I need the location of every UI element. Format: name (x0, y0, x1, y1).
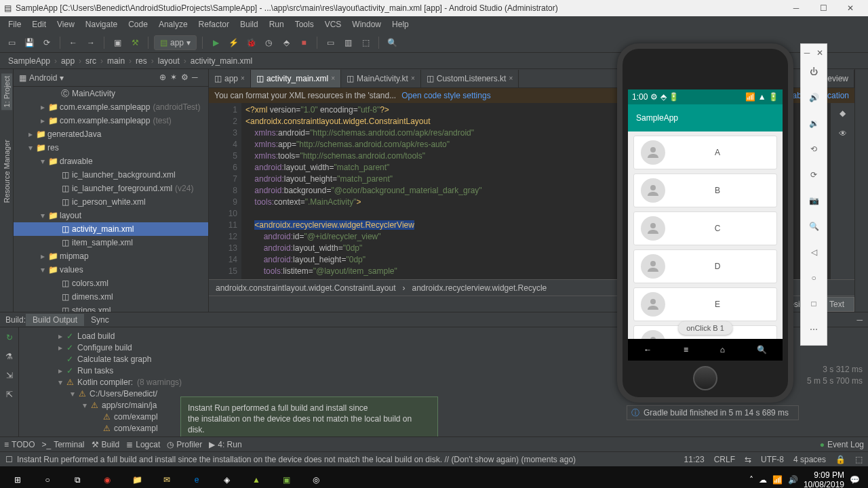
menu-tools[interactable]: Tools (290, 18, 319, 30)
attach-icon[interactable]: ⬘ (279, 35, 294, 50)
tree-item[interactable]: ◫ic_launcher_foreground.xml(v24) (14, 182, 208, 195)
run-config-selector[interactable]: ▤ app ▾ (154, 35, 197, 50)
power-icon[interactable]: ⏻ (802, 59, 826, 85)
volume-up-icon[interactable]: 🔊 (802, 85, 826, 110)
notifications-icon[interactable]: 💬 (850, 475, 860, 485)
tree-item[interactable]: ▸📁com.example.sampleapp(test) (14, 114, 208, 127)
rerun-icon[interactable]: ↻ (2, 330, 17, 345)
sync-icon[interactable]: ⟳ (39, 35, 54, 50)
event-log-tab[interactable]: ●Event Log (820, 440, 864, 449)
forward-icon[interactable]: → (83, 35, 98, 50)
expand-all-icon[interactable]: ⇲ (2, 368, 17, 383)
emulator-screen[interactable]: 1:00 ⚙ ⬘ 🔋 📶 ▲ 🔋 SampleApp ABCDEFonClick… (628, 89, 783, 340)
menu-help[interactable]: Help (387, 18, 414, 30)
tree-item[interactable]: ◫ic_person_white.xml (14, 195, 208, 209)
editor-tab[interactable]: ◫activity_main.xml× (251, 70, 341, 87)
line-gutter[interactable]: 123456789101112131415 (209, 103, 241, 279)
more-icon[interactable]: ⋯ (802, 317, 826, 342)
profile-icon[interactable]: ◷ (261, 35, 276, 50)
sdk-icon[interactable]: ▥ (340, 35, 355, 50)
menubar[interactable]: FileEditViewNavigateCodeAnalyzeRefactorB… (0, 16, 868, 33)
editor-tab[interactable]: ◫CustomListeners.kt× (421, 70, 519, 87)
tree-item[interactable]: ◫item_sample.xml (14, 236, 208, 249)
bottom-tab-run[interactable]: ▶4: Run (209, 440, 241, 449)
tray-onedrive-icon[interactable]: ☁ (759, 475, 767, 485)
tree-item[interactable]: ▾📁layout (14, 209, 208, 222)
search-icon[interactable]: 🔍 (384, 35, 399, 50)
tree-item[interactable]: ▾📁values (14, 263, 208, 277)
menu-vcs[interactable]: VCS (319, 18, 347, 30)
tree-item[interactable]: ▸📁com.example.sampleapp(androidTest) (14, 100, 208, 114)
tree-item[interactable]: ▸📁mipmap (14, 249, 208, 263)
tree-item[interactable]: ▾📁drawable (14, 155, 208, 168)
mail-icon[interactable]: ✉ (152, 466, 182, 488)
stop-icon[interactable]: ■ (296, 35, 311, 50)
hide-build-icon[interactable]: ─ (856, 315, 863, 325)
list-item[interactable]: E (633, 287, 777, 321)
menu-file[interactable]: File (3, 18, 26, 30)
list-item[interactable]: C (633, 211, 777, 245)
minimize-button[interactable]: ─ (783, 1, 810, 15)
editor-tab[interactable]: ◫app× (209, 70, 251, 87)
emu-back-icon[interactable]: ◁ (802, 239, 826, 265)
chrome-icon[interactable]: ◉ (92, 466, 122, 488)
close-button[interactable]: ✕ (837, 1, 864, 15)
filter-icon[interactable]: ⚗ (2, 349, 17, 364)
cortana-icon[interactable]: ○ (33, 466, 62, 488)
dropbox-icon[interactable]: ◈ (212, 466, 241, 488)
menu-build[interactable]: Build (235, 18, 264, 30)
eye-icon[interactable]: 👁 (835, 126, 850, 141)
taskbar-time[interactable]: 9:09 PM (804, 470, 844, 480)
emu-minimize-icon[interactable]: ─ (804, 48, 810, 58)
expand-icon[interactable]: ✶ (170, 73, 181, 83)
back-nav-icon[interactable]: ← (644, 345, 652, 354)
list-item[interactable]: A (633, 136, 777, 169)
tree-item[interactable]: ◫colors.xml (14, 277, 208, 290)
menu-window[interactable]: Window (347, 18, 387, 30)
line-ending[interactable]: CRLF (714, 455, 735, 464)
android-navbar[interactable]: ← ≡ ⌂ 🔍 (628, 339, 783, 361)
project-tab[interactable]: 1: Project (1, 73, 12, 110)
menu-refactor[interactable]: Refactor (193, 18, 235, 30)
project-tree[interactable]: ⒸMainActivity▸📁com.example.sampleapp(and… (14, 87, 208, 312)
explorer-icon[interactable]: 📁 (122, 466, 152, 488)
volume-down-icon[interactable]: 🔉 (802, 110, 826, 136)
taskbar-date[interactable]: 10/08/2019 (804, 480, 844, 488)
layout-icon[interactable]: ⬚ (358, 35, 373, 50)
breadcrumb-item[interactable]: res (133, 55, 150, 67)
resource-manager-tab[interactable]: Resource Manager (1, 137, 12, 206)
app-icon[interactable]: ▣ (271, 466, 301, 488)
tray-network-icon[interactable]: 📶 (772, 475, 783, 485)
editor-tab[interactable]: ◫MainActivity.kt× (341, 70, 421, 87)
breadcrumb-item[interactable]: SampleApp (5, 55, 53, 67)
menu-analyze[interactable]: Analyze (153, 18, 193, 30)
run-icon[interactable]: ▶ (208, 35, 223, 50)
open-icon[interactable]: ▭ (4, 35, 19, 50)
maximize-button[interactable]: ☐ (810, 1, 837, 15)
breadcrumb-item[interactable]: layout (155, 55, 182, 67)
menu-nav-icon[interactable]: ≡ (684, 345, 688, 354)
tree-item[interactable]: ◫ic_launcher_background.xml (14, 168, 208, 182)
bottom-tab-todo[interactable]: ≡TODO (4, 440, 35, 449)
tree-item[interactable]: ▾📁res (14, 141, 208, 155)
emu-close-icon[interactable]: ✕ (816, 48, 823, 58)
rotate-left-icon[interactable]: ⟲ (802, 136, 826, 162)
zoom-icon[interactable]: 🔍 (802, 214, 826, 239)
home-button[interactable] (693, 366, 717, 390)
tree-item[interactable]: ◫dimens.xml (14, 290, 208, 304)
collapse-icon[interactable]: ⚙ (181, 73, 192, 83)
make-icon[interactable]: ▣ (110, 35, 125, 50)
home-nav-icon[interactable]: ⌂ (720, 345, 725, 354)
tray-volume-icon[interactable]: 🔊 (788, 475, 798, 485)
emu-overview-icon[interactable]: □ (802, 291, 826, 317)
windows-taskbar[interactable]: ⊞ ○ ⧉ ◉ 📁 ✉ e ◈ ▲ ▣ ◎ ˄ ☁ 📶 🔊 9:09 PM 10… (0, 466, 868, 488)
menu-navigate[interactable]: Navigate (80, 18, 123, 30)
bottom-tab-profiler[interactable]: ◷Profiler (167, 440, 202, 449)
open-code-style-link[interactable]: Open code style settings (401, 91, 490, 100)
debug-icon[interactable]: 🐞 (243, 35, 258, 50)
hammer-icon[interactable]: ⚒ (127, 35, 142, 50)
locate-icon[interactable]: ⊕ (159, 73, 170, 83)
menu-run[interactable]: Run (264, 18, 290, 30)
breadcrumb-item[interactable]: main (104, 55, 127, 67)
edge-icon[interactable]: e (182, 466, 212, 488)
